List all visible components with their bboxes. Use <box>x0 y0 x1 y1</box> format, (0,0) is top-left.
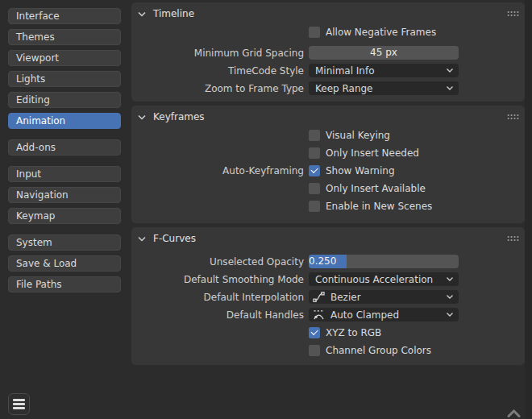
sidebar-item-interface[interactable]: Interface <box>8 8 121 24</box>
timecode-style-dropdown[interactable]: Minimal Info <box>309 64 459 77</box>
field-label: Auto-Keyframing <box>131 165 304 176</box>
sidebar-item-label: Save & Load <box>16 258 77 269</box>
checkbox-label[interactable]: Visual Keying <box>326 130 390 141</box>
sidebar-item-viewport[interactable]: Viewport <box>8 50 121 66</box>
checkbox-label[interactable]: Enable in New Scenes <box>326 201 432 212</box>
sidebar-item-addons[interactable]: Add-ons <box>8 139 121 156</box>
sidebar-item-label: Themes <box>16 31 55 43</box>
nav-group-input: Input Navigation Keymap <box>8 166 121 224</box>
sidebar-item-label: Viewport <box>16 52 59 64</box>
chevron-down-icon <box>447 86 453 90</box>
auto-clamped-handle-icon <box>313 309 325 321</box>
sidebar-item-label: Interface <box>16 10 60 22</box>
sidebar-item-label: Navigation <box>16 189 69 201</box>
default-smoothing-mode-dropdown[interactable]: Continuous Acceleration <box>309 272 459 286</box>
sidebar-item-editing[interactable]: Editing <box>8 92 121 108</box>
sidebar-item-file-paths[interactable]: File Paths <box>8 276 121 292</box>
row-only-insert-needed: Only Insert Needed <box>131 146 525 160</box>
field-label: Default Handles <box>131 309 304 321</box>
sidebar-item-label: Animation <box>16 115 65 127</box>
checkbox-label[interactable]: Channel Group Colors <box>326 345 431 356</box>
preferences-nav-sidebar: Interface Themes Viewport Lights Editing… <box>8 8 121 303</box>
header-menu-button[interactable] <box>8 393 30 415</box>
sidebar-item-save-load[interactable]: Save & Load <box>8 255 121 272</box>
sidebar-item-label: Lights <box>16 73 45 85</box>
sidebar-item-label: System <box>16 237 52 248</box>
sidebar-item-system[interactable]: System <box>8 234 121 251</box>
chevron-down-icon <box>138 114 146 120</box>
sidebar-item-label: Input <box>16 168 41 180</box>
chevron-down-icon <box>138 11 146 17</box>
scroll-up-indicator-icon[interactable] <box>507 409 521 419</box>
field-label: Unselected Opacity <box>131 256 304 268</box>
row-default-handles: Default Handles Auto Clamped <box>131 308 525 322</box>
field-label: Default Interpolation <box>131 292 304 303</box>
slider-value: 0.250 <box>309 255 336 267</box>
scrollbar-track[interactable] <box>525 0 532 419</box>
panel-keyframes: Keyframes Visual Keying Only Insert Need… <box>131 106 525 223</box>
panel-drag-handle-icon[interactable] <box>507 114 519 120</box>
sidebar-item-navigation[interactable]: Navigation <box>8 187 121 203</box>
sidebar-item-label: Keymap <box>16 210 55 222</box>
chevron-down-icon <box>447 313 453 317</box>
dropdown-value: Keep Range <box>315 83 373 94</box>
panel-drag-handle-icon[interactable] <box>507 235 519 242</box>
dropdown-value: Continuous Acceleration <box>315 274 433 285</box>
checkbox-label[interactable]: Only Insert Needed <box>326 147 419 159</box>
sidebar-item-animation[interactable]: Animation <box>8 113 121 129</box>
allow-negative-frames-checkbox[interactable] <box>309 27 320 38</box>
nav-group-general: Interface Themes Viewport Lights Editing… <box>8 8 121 129</box>
row-show-warning: Auto-Keyframing Show Warning <box>131 164 525 177</box>
checkbox-label[interactable]: XYZ to RGB <box>326 327 381 338</box>
visual-keying-checkbox[interactable] <box>309 130 320 141</box>
default-handles-dropdown[interactable]: Auto Clamped <box>309 308 459 322</box>
panel-timeline: Timeline Allow Negative Frames Minimum G… <box>131 2 525 102</box>
panel-header-timeline[interactable]: Timeline <box>131 2 525 25</box>
row-visual-keying: Visual Keying <box>131 128 525 142</box>
sidebar-item-lights[interactable]: Lights <box>8 71 121 87</box>
xyz-to-rgb-checkbox[interactable] <box>309 327 320 338</box>
panel-title: Keyframes <box>153 111 205 122</box>
field-label: Default Smoothing Mode <box>131 274 304 285</box>
field-label: Minimum Grid Spacing <box>131 48 304 59</box>
chevron-down-icon <box>138 236 146 242</box>
dropdown-value: Auto Clamped <box>330 309 399 321</box>
row-zoom-to-frame-type: Zoom to Frame Type Keep Range <box>131 81 525 95</box>
row-minimum-grid-spacing: Minimum Grid Spacing 45 px <box>131 46 525 60</box>
row-unselected-opacity: Unselected Opacity 0.250 <box>131 255 525 268</box>
row-timecode-style: TimeCode Style Minimal Info <box>131 64 525 77</box>
chevron-down-icon <box>447 295 453 299</box>
panel-title: F-Curves <box>153 233 196 244</box>
unselected-opacity-slider[interactable]: 0.250 <box>309 255 459 268</box>
panel-title: Timeline <box>153 8 194 19</box>
checkbox-label[interactable]: Only Insert Available <box>326 183 426 194</box>
only-insert-needed-checkbox[interactable] <box>309 147 320 159</box>
minimum-grid-spacing-field[interactable]: 45 px <box>309 46 459 60</box>
bezier-curve-icon <box>313 291 325 303</box>
channel-group-colors-checkbox[interactable] <box>309 345 320 356</box>
field-label: TimeCode Style <box>131 65 304 77</box>
panel-drag-handle-icon[interactable] <box>507 10 519 17</box>
row-default-interpolation: Default Interpolation Bezier <box>131 290 525 304</box>
default-interpolation-dropdown[interactable]: Bezier <box>309 290 459 304</box>
sidebar-item-input[interactable]: Input <box>8 166 121 182</box>
sidebar-item-themes[interactable]: Themes <box>8 29 121 45</box>
hamburger-icon <box>13 399 25 401</box>
dropdown-value: Minimal Info <box>315 65 375 77</box>
show-warning-checkbox[interactable] <box>309 165 320 176</box>
nav-group-addons: Add-ons <box>8 139 121 156</box>
row-only-insert-available: Only Insert Available <box>131 181 525 195</box>
preferences-main-region: Timeline Allow Negative Frames Minimum G… <box>131 2 525 369</box>
row-allow-negative-frames: Allow Negative Frames <box>131 25 525 39</box>
checkbox-label[interactable]: Show Warning <box>326 165 395 176</box>
panel-header-keyframes[interactable]: Keyframes <box>131 106 525 128</box>
sidebar-item-keymap[interactable]: Keymap <box>8 208 121 224</box>
checkbox-label[interactable]: Allow Negative Frames <box>326 27 436 38</box>
panel-header-f-curves[interactable]: F-Curves <box>131 227 525 250</box>
only-insert-available-checkbox[interactable] <box>309 183 320 194</box>
dropdown-value: Bezier <box>330 292 361 303</box>
sidebar-item-label: File Paths <box>16 279 62 290</box>
enable-in-new-scenes-checkbox[interactable] <box>309 201 320 212</box>
chevron-down-icon <box>447 277 453 281</box>
zoom-to-frame-type-dropdown[interactable]: Keep Range <box>309 81 459 95</box>
